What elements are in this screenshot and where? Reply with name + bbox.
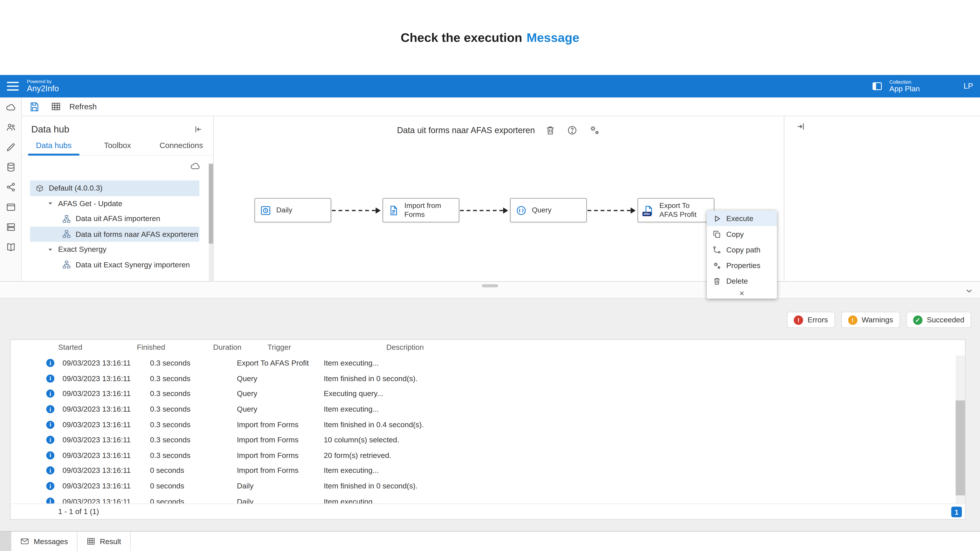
refresh-button[interactable]: Refresh <box>69 102 97 111</box>
canvas-header: Data uit forms naar AFAS exporteren <box>214 124 784 136</box>
user-avatar[interactable]: LP <box>964 82 973 91</box>
cell-trigger: Export To AFAS Profit <box>237 359 309 368</box>
copy-icon <box>713 230 721 238</box>
users-nav-button[interactable] <box>5 122 16 132</box>
help-icon <box>567 125 578 135</box>
afas-export-icon: afas <box>643 205 654 216</box>
message-row[interactable]: 09/03/2023 13:16:11 0 seconds Import fro… <box>11 463 956 478</box>
cell-trigger: Query <box>237 405 258 414</box>
edit-nav-button[interactable] <box>5 142 16 152</box>
book-icon <box>5 242 16 252</box>
properties-icon <box>713 261 721 270</box>
tree-item-data-uit-exact-synergy-importeren[interactable]: Data uit Exact Synergy importeren <box>30 257 199 273</box>
message-row[interactable]: 09/03/2023 13:16:11 0.3 seconds Import f… <box>11 432 956 448</box>
cell-duration: 0.3 seconds <box>150 436 191 445</box>
filter-label: Succeeded <box>927 316 964 324</box>
flow-node-query[interactable]: Query <box>510 198 587 222</box>
sidebar-tabs: Data hubs Toolbox Connections <box>22 136 213 156</box>
messages-scrollbar-thumb[interactable] <box>956 400 965 495</box>
tab-connections[interactable]: Connections <box>150 136 213 155</box>
cloud-sync-icon[interactable] <box>190 160 200 171</box>
flow-node-export-to-afas-profit[interactable]: afas Export To AFAS Profit <box>638 198 714 222</box>
flow-connector <box>332 210 375 211</box>
column-header-description: Description <box>386 340 424 356</box>
menu-item-copy-path[interactable]: Copy path <box>707 242 777 257</box>
tree-item-data-uit-afas-importeren[interactable]: Data uit AFAS importeren <box>30 211 199 226</box>
afas-badge: afas <box>643 211 651 216</box>
success-icon: ✓ <box>913 315 923 325</box>
server-nav-button[interactable] <box>5 222 16 232</box>
close-menu-button[interactable]: × <box>707 289 777 298</box>
data-hub-panel: Data hub Data hubs Toolbox Connections D… <box>22 116 213 281</box>
menu-item-delete[interactable]: Delete <box>707 273 777 289</box>
cell-trigger: Import from Forms <box>237 451 299 460</box>
tree-item-data-uit-forms-naar-afas-exporteren[interactable]: Data uit forms naar AFAS exporteren <box>30 226 199 242</box>
tab-result[interactable]: Result <box>77 532 130 551</box>
message-row[interactable]: 09/03/2023 13:16:11 0.3 seconds Export T… <box>11 356 956 371</box>
flow-settings-button[interactable] <box>588 124 600 136</box>
cell-trigger: Import from Forms <box>237 467 299 475</box>
info-icon <box>46 359 54 367</box>
app-bar: Powered by Any2Info Collection App Plan … <box>0 75 980 97</box>
message-row[interactable]: 09/03/2023 13:16:11 0.3 seconds Query It… <box>11 371 956 386</box>
panel-resize-handle[interactable] <box>0 532 11 551</box>
tree-item-label: Default (4.0.0.3) <box>49 184 102 192</box>
message-row[interactable]: 09/03/2023 13:16:11 0 seconds Daily Item… <box>11 478 956 494</box>
page-number-badge[interactable]: 1 <box>951 507 962 518</box>
collapse-panel-icon[interactable] <box>193 124 203 134</box>
tab-messages[interactable]: Messages <box>11 532 78 551</box>
apps-nav-button[interactable] <box>5 202 16 213</box>
save-icon <box>29 101 40 112</box>
filter-warnings[interactable]: ! Warnings <box>842 312 899 327</box>
messages-panel: ! Errors ! Warnings ✓ Succeeded Started … <box>0 299 980 531</box>
flow-node-daily[interactable]: Daily <box>255 198 331 222</box>
cell-trigger: Query <box>237 374 258 383</box>
sidebar-scrollbar[interactable] <box>209 164 213 281</box>
flow-icon <box>62 214 71 224</box>
sidebar-scrollbar-thumb[interactable] <box>209 164 213 243</box>
message-row[interactable]: 09/03/2023 13:16:11 0.3 seconds Query It… <box>11 402 956 417</box>
document-icon <box>388 205 399 216</box>
docs-nav-button[interactable] <box>5 242 16 252</box>
message-row[interactable]: 09/03/2023 13:16:11 0.3 seconds Query Ex… <box>11 386 956 402</box>
result-table-icon <box>86 537 95 546</box>
delete-flow-button[interactable] <box>544 124 557 136</box>
brand-name: Any2Info <box>27 84 59 93</box>
tree-group-afas-get-update[interactable]: AFAS Get - Update <box>30 196 199 211</box>
column-header-finished: Finished <box>137 340 165 356</box>
integrations-nav-button[interactable] <box>5 182 16 192</box>
cloud-nav-button[interactable] <box>5 102 16 113</box>
expand-panel-icon[interactable] <box>795 121 806 132</box>
menu-item-execute[interactable]: Execute <box>707 211 777 226</box>
tab-label: Result <box>100 537 121 546</box>
menu-icon[interactable] <box>7 82 19 91</box>
chevron-down-icon[interactable] <box>964 286 974 295</box>
filter-succeeded[interactable]: ✓ Succeeded <box>907 312 970 327</box>
node-label: Daily <box>276 206 292 214</box>
cell-started: 09/03/2023 13:16:11 <box>63 359 131 368</box>
message-row[interactable]: 09/03/2023 13:16:11 0.3 seconds Import f… <box>11 448 956 463</box>
tab-data-hubs[interactable]: Data hubs <box>22 136 86 155</box>
tree-item-label: Data uit AFAS importeren <box>76 214 161 223</box>
datahub-nav-button[interactable] <box>5 162 16 173</box>
cell-description: Item executing... <box>324 467 379 475</box>
grid-view-button[interactable] <box>48 99 63 114</box>
menu-item-properties[interactable]: Properties <box>707 257 777 273</box>
messages-scrollbar[interactable] <box>956 356 965 505</box>
tree-item-default-package[interactable]: Default (4.0.0.3) <box>30 181 199 196</box>
menu-item-copy[interactable]: Copy <box>707 226 777 242</box>
splitter-drag-handle[interactable] <box>482 284 498 287</box>
messages-rows-viewport: 09/03/2023 13:16:11 0.3 seconds Export T… <box>11 356 956 505</box>
window-icon <box>5 202 16 213</box>
message-row[interactable]: 09/03/2023 13:16:11 0.3 seconds Import f… <box>11 417 956 432</box>
filter-errors[interactable]: ! Errors <box>788 312 834 327</box>
save-button[interactable] <box>27 99 42 114</box>
info-icon <box>46 451 54 459</box>
message-row[interactable]: 09/03/2023 13:16:11 0 seconds Daily Item… <box>11 494 956 505</box>
flow-node-import-from-forms[interactable]: Import from Forms <box>382 198 459 222</box>
tab-toolbox[interactable]: Toolbox <box>86 136 149 155</box>
collection-button[interactable]: Collection App Plan <box>870 79 920 93</box>
help-button[interactable] <box>566 124 579 136</box>
info-icon <box>46 421 54 429</box>
tree-group-exact-synergy[interactable]: Exact Synergy <box>30 242 199 257</box>
